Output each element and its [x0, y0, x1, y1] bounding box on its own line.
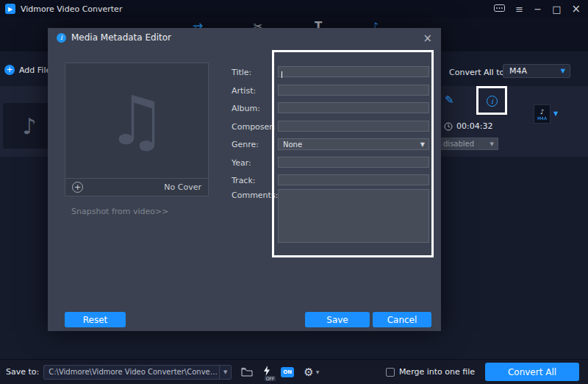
output-format-dropdown[interactable]: M4A ▼	[503, 64, 570, 78]
output-format-value: M4A	[503, 66, 527, 76]
media-metadata-editor-dialog: i Media Metadata Editor × ♫ + No Cover S…	[48, 28, 441, 331]
minimize-icon[interactable]: −	[534, 4, 542, 15]
menu-icon[interactable]: ≡	[515, 4, 523, 15]
title-input[interactable]	[278, 66, 429, 77]
close-icon[interactable]: ×	[571, 2, 581, 15]
dialog-title: Media Metadata Editor	[71, 32, 171, 43]
titlebar: ▶ Vidmore Video Converter ≡ − □ ×	[0, 0, 588, 18]
year-input[interactable]	[278, 157, 429, 168]
dialog-close-icon[interactable]: ×	[423, 32, 432, 45]
chevron-down-icon: ▼	[316, 369, 320, 374]
chevron-down-icon[interactable]: ▼	[219, 366, 231, 379]
genre-value: None	[279, 141, 302, 149]
disabled-value: disabled	[437, 140, 474, 148]
media-info-icon[interactable]: i	[487, 96, 498, 107]
convert-all-button[interactable]: Convert All	[485, 363, 579, 381]
no-cover-label: No Cover	[164, 182, 201, 192]
album-input[interactable]	[278, 102, 429, 113]
add-files-plus-icon: +	[4, 65, 15, 75]
genre-label: Genre:	[232, 140, 259, 149]
cover-art-placeholder: ♫ + No Cover	[65, 63, 209, 196]
window-controls: ≡ − □ ×	[494, 2, 588, 15]
title-label: Title:	[232, 68, 251, 77]
cover-strip: + No Cover	[65, 178, 208, 196]
output-path-value: C:\Vidmore\Vidmore Video Converter\Conve…	[44, 368, 219, 376]
chevron-down-icon: ▼	[420, 141, 425, 148]
feedback-icon[interactable]	[494, 4, 505, 13]
disabled-dropdown[interactable]: disabled ▼	[437, 138, 498, 150]
gpu-acceleration-icon[interactable]: ON	[281, 367, 294, 377]
open-folder-icon[interactable]	[241, 367, 253, 377]
gear-icon: ⚙	[304, 366, 313, 379]
cover-art-area: ♫	[65, 63, 208, 178]
artist-input[interactable]	[278, 85, 429, 96]
bottom-bar: Save to: C:\Vidmore\Vidmore Video Conver…	[0, 359, 588, 384]
app-logo-icon: ▶	[5, 4, 15, 14]
duration-row: 00:04:32	[444, 121, 492, 131]
save-button[interactable]: Save	[305, 312, 370, 327]
comments-textarea[interactable]	[278, 189, 429, 243]
text-cursor	[282, 71, 282, 78]
music-note-icon: ♪	[540, 108, 545, 115]
year-label: Year:	[232, 158, 251, 168]
duration-value: 00:04:32	[456, 121, 492, 131]
add-cover-button[interactable]: +	[72, 182, 83, 193]
speed-toggle-badge: OFF	[265, 376, 276, 381]
app-title: Vidmore Video Converter	[21, 4, 122, 14]
save-to-label: Save to:	[6, 367, 39, 377]
album-label: Album:	[232, 104, 260, 113]
artist-label: Artist:	[232, 86, 256, 96]
app-window: ⇄ ✂ T ♪ ▶ Vidmore Video Converter ≡ − □ …	[0, 0, 588, 384]
track-input[interactable]	[278, 174, 429, 185]
music-note-icon: ♫	[107, 82, 167, 160]
convert-all-to-label: Convert All to:	[449, 68, 507, 77]
merge-label: Merge into one file	[399, 367, 475, 377]
track-label: Track:	[232, 176, 256, 185]
output-path-dropdown[interactable]: C:\Vidmore\Vidmore Video Converter\Conve…	[43, 365, 232, 380]
chevron-down-icon: ▼	[490, 141, 494, 147]
genre-dropdown[interactable]: None ▼	[278, 138, 429, 150]
merge-checkbox[interactable]	[386, 368, 395, 377]
high-speed-toggle-icon[interactable]: OFF	[263, 365, 270, 379]
dialog-header: i Media Metadata Editor ×	[48, 28, 441, 47]
maximize-icon[interactable]: □	[552, 4, 561, 15]
chevron-down-icon: ▼	[561, 68, 565, 74]
merge-option[interactable]: Merge into one file	[386, 367, 475, 377]
settings-button[interactable]: ⚙ ▼	[304, 366, 319, 379]
reset-button[interactable]: Reset	[65, 312, 126, 327]
gpu-toggle-badge: ON	[283, 369, 292, 375]
clock-icon	[444, 122, 453, 131]
edit-metadata-icon[interactable]: ✎	[445, 93, 454, 107]
info-icon: i	[57, 33, 66, 43]
music-note-icon: ♪	[22, 113, 36, 139]
comments-label: Comments:	[232, 191, 278, 200]
file-format-label: M4A	[537, 115, 547, 121]
badge-chevron-down-icon[interactable]: ▼	[553, 110, 558, 117]
cancel-button[interactable]: Cancel	[373, 312, 431, 327]
output-file-badge[interactable]: ♪ M4A	[534, 104, 551, 124]
logo-glyph: ▶	[8, 6, 12, 13]
composer-label: Composer:	[232, 122, 275, 132]
snapshot-from-video-link[interactable]: Snapshot from video>>	[71, 207, 169, 216]
composer-input[interactable]	[278, 121, 429, 132]
